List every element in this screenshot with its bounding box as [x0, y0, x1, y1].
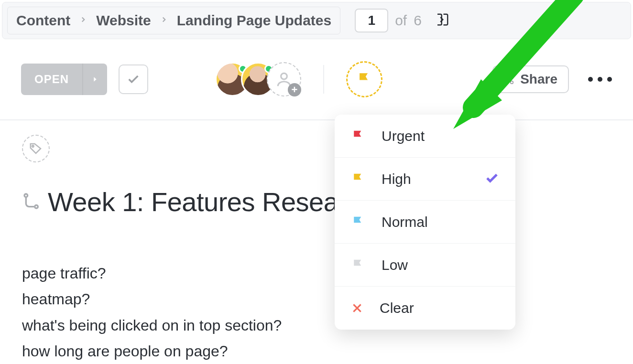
- svg-marker-0: [94, 77, 96, 81]
- svg-point-2: [511, 75, 513, 78]
- flag-icon: [351, 129, 365, 143]
- assignees: +: [215, 62, 301, 96]
- priority-option-high[interactable]: High: [335, 158, 515, 201]
- task-description[interactable]: page traffic? heatmap? what's being clic…: [22, 260, 611, 364]
- share-icon: [504, 74, 514, 85]
- priority-label: Clear: [380, 300, 499, 316]
- flag-icon: [351, 215, 365, 229]
- priority-dropdown: Urgent High Normal Low Clear: [335, 115, 515, 330]
- note-line: what's being clicked on in top section?: [22, 312, 611, 338]
- add-tag-button[interactable]: [22, 135, 50, 162]
- breadcrumb-item-website[interactable]: Website: [96, 12, 151, 29]
- task-title[interactable]: Week 1: Features Research: [48, 186, 375, 217]
- svg-line-6: [508, 80, 511, 82]
- breadcrumb-item-landing[interactable]: Landing Page Updates: [177, 12, 331, 29]
- svg-point-1: [281, 73, 287, 79]
- breadcrumb: Content Website Landing Page Updates of …: [2, 2, 631, 39]
- priority-option-normal[interactable]: Normal: [335, 201, 515, 244]
- status-dropdown-icon[interactable]: [82, 64, 107, 95]
- task-toolbar: OPEN + Share: [0, 39, 633, 120]
- task-body: Week 1: Features Research page traffic? …: [0, 120, 633, 364]
- subtask-icon: [22, 192, 41, 213]
- next-task-icon[interactable]: [435, 12, 449, 29]
- priority-label: Normal: [382, 214, 499, 230]
- svg-point-8: [24, 194, 28, 197]
- priority-label: High: [382, 171, 469, 187]
- page-indicator: of 6: [355, 9, 449, 32]
- status-label: OPEN: [21, 64, 82, 95]
- svg-point-4: [511, 81, 513, 84]
- share-label: Share: [520, 72, 557, 87]
- flag-icon: [351, 172, 365, 186]
- svg-line-5: [508, 77, 511, 79]
- page-total: 6: [414, 12, 422, 29]
- note-line: heatmap?: [22, 286, 611, 312]
- check-icon: [485, 171, 499, 187]
- note-line: page traffic?: [22, 260, 611, 286]
- chevron-right-icon: [79, 15, 87, 26]
- svg-point-3: [505, 78, 508, 81]
- flag-icon: [351, 258, 365, 272]
- divider: [323, 65, 324, 94]
- priority-option-urgent[interactable]: Urgent: [335, 115, 515, 158]
- add-assignee-button[interactable]: +: [267, 62, 301, 96]
- mark-complete-button[interactable]: [119, 64, 148, 94]
- status-open-button[interactable]: OPEN: [21, 64, 107, 95]
- chevron-right-icon: [160, 15, 168, 26]
- note-line: how long are people on page?: [22, 338, 611, 364]
- page-number-input[interactable]: [355, 9, 388, 32]
- share-button[interactable]: Share: [492, 65, 569, 93]
- priority-flag-button[interactable]: [346, 61, 382, 97]
- breadcrumb-item-content[interactable]: Content: [16, 12, 70, 29]
- priority-option-clear[interactable]: Clear: [335, 287, 515, 330]
- close-icon: [351, 302, 363, 314]
- breadcrumb-path: Content Website Landing Page Updates: [7, 7, 340, 34]
- more-menu-button[interactable]: [588, 77, 612, 82]
- priority-label: Low: [382, 257, 499, 273]
- page-total-prefix: of: [395, 12, 407, 29]
- plus-icon: +: [288, 83, 301, 96]
- svg-point-7: [32, 145, 34, 147]
- priority-label: Urgent: [382, 128, 499, 144]
- svg-point-9: [35, 205, 38, 208]
- priority-option-low[interactable]: Low: [335, 244, 515, 287]
